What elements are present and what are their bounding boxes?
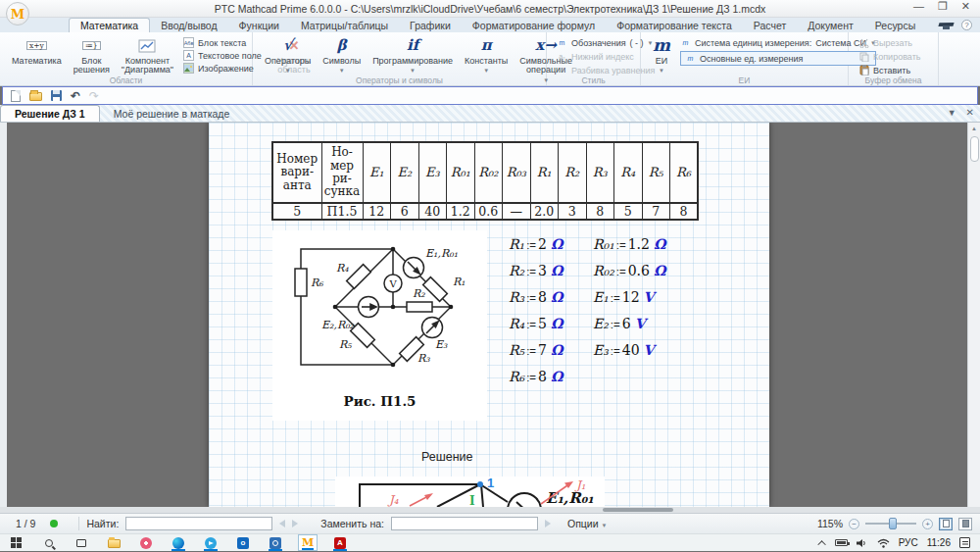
constants-button[interactable]: π Константы▼ <box>459 35 514 75</box>
text-block-button[interactable]: Абв Блок текста <box>183 37 262 48</box>
find-next-icon[interactable] <box>292 520 298 527</box>
math-region[interactable]: R₄:=5Ω <box>509 316 563 331</box>
text-field-button[interactable]: A Текстовое поле <box>183 50 262 61</box>
zoom-slider-thumb[interactable] <box>889 518 897 529</box>
math-region[interactable]: R₀₁:=1.2Ω <box>593 236 665 252</box>
tab-text-formatting[interactable]: Форматирование текста <box>606 19 743 32</box>
copy-button[interactable]: Копировать <box>858 51 920 62</box>
vertical-scrollbar[interactable]: ▲ <box>967 123 980 507</box>
tab-math[interactable]: Математика <box>69 18 150 32</box>
maximize-button[interactable]: ❐ <box>938 0 948 13</box>
doc-tab-active[interactable]: Решение ДЗ 1 <box>0 105 100 122</box>
math-region[interactable]: R₆:=8Ω <box>509 369 563 384</box>
file-explorer-button[interactable] <box>104 534 123 551</box>
wifi-icon[interactable] <box>877 538 890 548</box>
replace-input[interactable] <box>391 517 538 530</box>
image-button[interactable]: Изображение <box>183 63 262 74</box>
vertical-scroll-thumb[interactable] <box>970 136 979 162</box>
tab-math-formatting[interactable]: Форматирование формул <box>462 19 606 32</box>
replace-icon[interactable] <box>545 520 551 527</box>
tab-document[interactable]: Документ <box>797 19 864 32</box>
programming-button[interactable]: if Программирование▼ <box>367 35 459 75</box>
volume-icon[interactable] <box>857 538 868 548</box>
undo-icon[interactable]: ↶ <box>71 90 80 102</box>
tab-functions[interactable]: Функции <box>228 19 290 32</box>
horizontal-scrollbar[interactable] <box>0 507 980 513</box>
options-button[interactable]: Опции ▼ <box>567 518 607 529</box>
search-button[interactable] <box>39 534 59 551</box>
zoom-out-button[interactable]: − <box>849 519 859 529</box>
math-region[interactable]: E₃:=40V <box>593 342 654 358</box>
operators-icon: √ <box>283 36 293 55</box>
loop-current-j4: J₄ <box>387 493 399 507</box>
worksheet-page[interactable]: Номер вари- анта Но- мер ри- сунка E₁ E₂… <box>209 123 769 507</box>
scroll-up-icon[interactable]: ▲ <box>968 123 980 134</box>
edge-button[interactable] <box>169 534 188 551</box>
math-region[interactable]: R₁:=2Ω <box>509 236 563 252</box>
math-region[interactable]: R₅:=7Ω <box>509 342 563 358</box>
find-previous-icon[interactable] <box>279 520 285 527</box>
solution-heading[interactable]: Решение <box>421 450 473 464</box>
redo-icon[interactable]: ↷ <box>89 90 99 102</box>
doc-tab-inactive[interactable]: Моё решение в маткаде <box>100 106 244 122</box>
unit-system-dropdown[interactable]: m Система единиц измерения: Система СИ ▼ <box>680 37 876 48</box>
settings-app-button[interactable] <box>266 534 285 551</box>
task-view-button[interactable] <box>72 534 91 551</box>
table-header: R₀₁ <box>447 142 475 203</box>
mathcad-taskbar-button[interactable]: M <box>298 534 318 551</box>
paste-button[interactable]: Вставить <box>858 65 920 75</box>
tray-expand-icon[interactable] <box>817 540 825 548</box>
tab-plots[interactable]: Графики <box>399 19 462 32</box>
page-view-button[interactable] <box>939 518 953 530</box>
tab-resources[interactable]: Ресурсы <box>864 19 926 32</box>
tab-calculation[interactable]: Расчет <box>743 19 797 32</box>
pinned-app-button[interactable] <box>136 534 156 551</box>
base-units-button[interactable]: m Основные ед. измерения <box>680 51 876 66</box>
math-region[interactable]: E₁:=12V <box>593 289 654 305</box>
minimize-button[interactable]: — <box>913 0 924 13</box>
help-icon[interactable]: ? <box>961 20 972 30</box>
chart-component-button[interactable]: Компонент "Диаграмма" <box>116 35 179 76</box>
ribbon-tab-bar: Математика Ввод/вывод Функции Матрицы/та… <box>0 18 980 32</box>
open-document-icon[interactable] <box>29 92 42 101</box>
telegram-button[interactable] <box>201 534 220 551</box>
notification-center-icon[interactable] <box>959 537 970 548</box>
draft-view-button[interactable] <box>958 518 972 530</box>
zoom-slider[interactable] <box>865 523 916 525</box>
symbols-button[interactable]: β Символы▼ <box>317 35 367 75</box>
close-button[interactable]: ✕ <box>961 0 970 13</box>
pink-app-icon <box>140 537 152 549</box>
math-region[interactable]: E₂:=6V <box>593 316 646 331</box>
cut-button[interactable]: Вырезать <box>858 37 920 48</box>
tab-input-output[interactable]: Ввод/вывод <box>150 19 227 32</box>
group-units: m ЕИ ▼ m Система единиц измерения: Систе… <box>641 32 849 85</box>
zoom-in-button[interactable]: + <box>922 519 933 529</box>
horizontal-scroll-thumb[interactable] <box>603 508 673 512</box>
math-region[interactable]: R₃:=8Ω <box>509 289 563 305</box>
document-tab-bar: Решение ДЗ 1 Моё решение в маткаде ▼ ✕ <box>0 105 980 123</box>
acrobat-button[interactable]: A <box>330 534 350 551</box>
new-document-icon[interactable] <box>11 90 21 102</box>
base-units-icon: m <box>685 53 696 64</box>
math-region-button[interactable]: x+y Математика <box>6 35 68 67</box>
clock[interactable]: 11:26 <box>927 537 951 548</box>
math-region[interactable]: R₂:=3Ω <box>509 263 563 278</box>
table-cell: 0.6 <box>474 203 503 220</box>
start-button[interactable] <box>6 534 25 551</box>
operators-button[interactable]: √ Операторы▼ <box>259 35 317 75</box>
edge-icon <box>172 537 184 549</box>
find-input[interactable] <box>125 517 272 530</box>
learning-center-icon[interactable] <box>939 21 954 29</box>
tab-list-chevron-icon[interactable]: ▼ <box>948 108 956 118</box>
battery-icon[interactable] <box>835 539 848 546</box>
units-button[interactable]: m ЕИ ▼ <box>647 35 676 76</box>
outlook-button[interactable]: o <box>233 534 253 551</box>
save-icon[interactable] <box>51 90 62 101</box>
language-indicator[interactable]: РУС <box>899 537 918 548</box>
page-indicator: 1 / 9 <box>8 518 35 529</box>
table-header: E₁ <box>363 142 391 203</box>
math-region[interactable]: R₀₂:=0.6Ω <box>593 263 665 278</box>
solve-block-button[interactable]: ≔} Блок решения <box>68 35 116 76</box>
close-tab-icon[interactable]: ✕ <box>966 107 974 118</box>
tab-matrices[interactable]: Матрицы/таблицы <box>290 19 399 32</box>
